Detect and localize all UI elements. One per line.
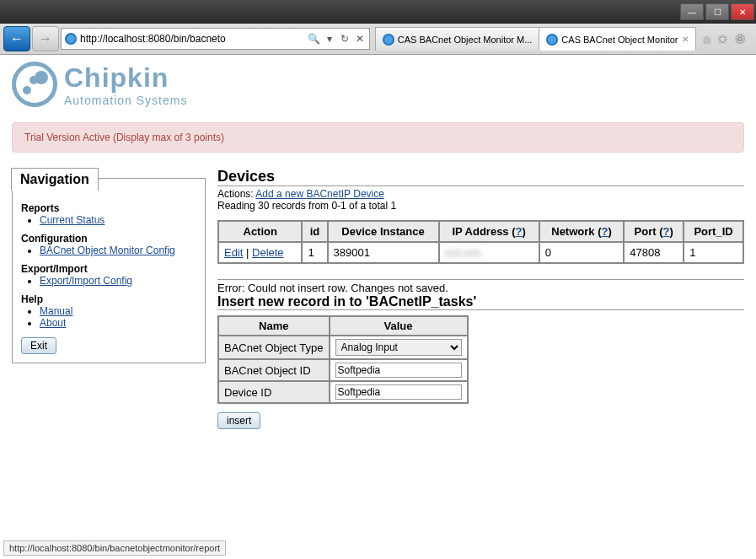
logo: Chipkin Automation Systems [12, 62, 744, 107]
object-type-select[interactable]: Analog Input [335, 339, 462, 356]
search-icon[interactable]: 🔍 [308, 33, 320, 45]
tab-2[interactable]: CAS BACnet Object Monitor ✕ [539, 27, 695, 51]
logo-line2: Automation Systems [64, 94, 187, 107]
minimize-button[interactable]: — [680, 3, 704, 20]
tools-icon[interactable]: ⚙ [735, 32, 746, 46]
error-message: Error: Could not insert row. Changes not… [217, 279, 744, 294]
add-device-link[interactable]: Add a new BACnetIP Device [255, 188, 384, 200]
maximize-button[interactable]: ☐ [705, 3, 729, 20]
col-value: Value [330, 316, 468, 336]
column-header: Network (?) [539, 221, 625, 242]
form-label: Device ID [218, 381, 330, 403]
toolbar-right: ⌂ ★ ⚙ [697, 32, 753, 46]
column-header: Action [218, 221, 302, 242]
cell-port: 47808 [624, 242, 684, 263]
address-bar[interactable]: 🔍 ▾ ↻ ✕ [61, 28, 370, 50]
ie-icon [65, 33, 77, 45]
cell-ip: xxx.xxx [439, 242, 539, 263]
navigation-title: Navigation [11, 168, 99, 191]
main-content: Devices Actions: Add a new BACnetIP Devi… [217, 168, 744, 429]
edit-link[interactable]: Edit [224, 246, 243, 259]
dropdown-icon[interactable]: ▾ [324, 33, 335, 45]
cell-instance: 389001 [328, 242, 439, 263]
ie-icon [546, 34, 558, 46]
favorites-icon[interactable]: ★ [717, 32, 728, 46]
column-header: IP Address (?) [439, 221, 539, 242]
nav-link[interactable]: Manual [40, 305, 72, 317]
insert-form-table: Name Value BACnet Object TypeAnalog Inpu… [217, 315, 469, 404]
delete-link[interactable]: Delete [252, 246, 284, 259]
help-link[interactable]: ? [663, 225, 670, 238]
nav-heading: Configuration [21, 233, 196, 245]
nav-link[interactable]: Export/Import Config [40, 275, 132, 287]
browser-tabs: CAS BACnet Object Monitor M... CAS BACne… [375, 27, 695, 51]
nav-heading: Reports [21, 202, 196, 214]
page-content: Chipkin Automation Systems Trial Version… [0, 55, 756, 436]
home-icon[interactable]: ⌂ [704, 32, 710, 46]
logo-mark-icon [12, 62, 57, 107]
devices-heading: Devices [217, 168, 744, 186]
form-row: Device ID [218, 381, 468, 403]
column-header: Port (?) [624, 221, 684, 242]
insert-button[interactable]: insert [217, 412, 260, 429]
url-input[interactable] [80, 33, 305, 45]
nav-link[interactable]: About [40, 317, 66, 329]
help-link[interactable]: ? [516, 225, 523, 238]
close-button[interactable]: ✕ [731, 3, 754, 20]
column-header: Port_ID [684, 221, 743, 242]
text-input[interactable] [335, 384, 462, 400]
col-name: Name [218, 316, 330, 336]
exit-button[interactable]: Exit [21, 337, 56, 354]
browser-toolbar: ← → 🔍 ▾ ↻ ✕ CAS BACnet Object Monitor M.… [0, 24, 756, 54]
form-label: BACnet Object ID [218, 359, 330, 381]
window-titlebar: — ☐ ✕ [0, 0, 756, 24]
cell-id: 1 [302, 242, 327, 263]
column-header: id [302, 221, 327, 242]
form-row: BACnet Object ID [218, 359, 468, 381]
close-tab-icon[interactable]: ✕ [682, 35, 689, 44]
logo-line1: Chipkin [64, 62, 187, 94]
reading-summary: Reading 30 records from 0-1 of a total 1 [217, 200, 744, 212]
logo-text: Chipkin Automation Systems [64, 62, 187, 107]
tab-label: CAS BACnet Object Monitor M... [398, 35, 533, 45]
forward-button[interactable]: → [32, 26, 59, 51]
devices-table: ActionidDevice InstanceIP Address (?)Net… [217, 220, 744, 264]
back-button[interactable]: ← [3, 26, 30, 51]
column-header: Device Instance [328, 221, 439, 242]
tab-label: CAS BACnet Object Monitor [561, 35, 678, 45]
devices-actions: Actions: Add a new BACnetIP Device [217, 188, 744, 200]
refresh-icon[interactable]: ↻ [339, 33, 351, 45]
form-row: BACnet Object TypeAnalog Input [218, 336, 468, 359]
text-input[interactable] [335, 363, 462, 378]
insert-heading: Insert new record in to 'BACnetIP_tasks' [217, 294, 744, 310]
tab-1[interactable]: CAS BACnet Object Monitor M... [375, 27, 540, 51]
cell-network: 0 [539, 242, 625, 263]
nav-link[interactable]: Current Status [40, 214, 105, 226]
help-link[interactable]: ? [601, 225, 608, 238]
nav-heading: Export/Import [21, 263, 196, 275]
navigation-panel: Navigation ReportsCurrent StatusConfigur… [12, 178, 206, 363]
form-label: BACnet Object Type [218, 336, 330, 359]
nav-link[interactable]: BACnet Object Monitor Config [40, 245, 175, 256]
cell-portid: 1 [684, 242, 743, 263]
stop-icon[interactable]: ✕ [354, 33, 366, 45]
nav-heading: Help [21, 293, 196, 305]
table-row: Edit | Delete 1 389001 xxx.xxx 0 47808 1 [218, 242, 743, 263]
browser-chrome: — ☐ ✕ ← → 🔍 ▾ ↻ ✕ CAS BACnet Object Moni… [0, 0, 756, 55]
ie-icon [383, 34, 394, 46]
trial-alert: Trial Version Active (Display max of 3 p… [12, 122, 744, 153]
